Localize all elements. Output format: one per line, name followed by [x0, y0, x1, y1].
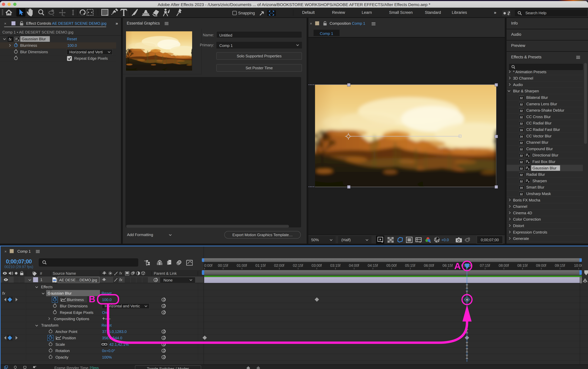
svg-text:fx: fx [119, 271, 122, 275]
